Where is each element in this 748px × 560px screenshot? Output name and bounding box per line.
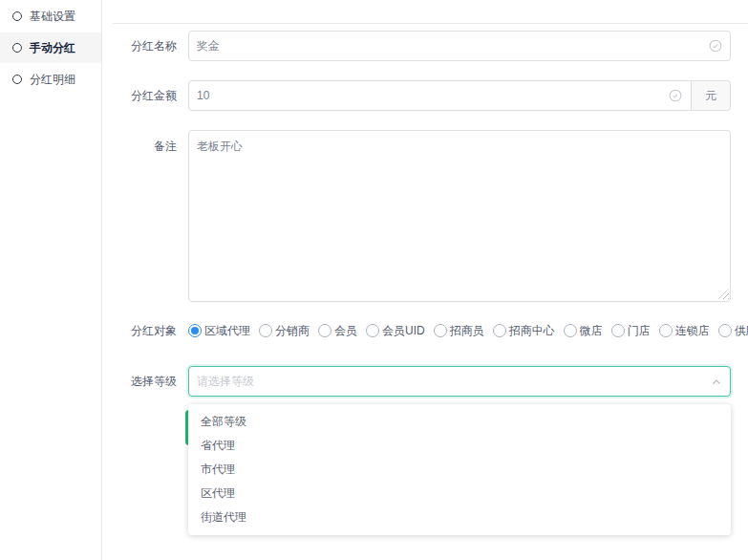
radio-label: 微店 xyxy=(580,323,603,339)
amount-input-group: 元 xyxy=(188,80,731,111)
radio-region-agent[interactable]: 区域代理 xyxy=(188,323,250,339)
check-circle-icon xyxy=(709,39,722,53)
dropdown-option-district-agent[interactable]: 区代理 xyxy=(188,482,731,506)
name-input-wrap xyxy=(188,31,731,61)
radio-icon xyxy=(318,324,331,337)
radio-icon xyxy=(493,324,506,337)
radio-icon xyxy=(366,324,379,337)
radio-icon xyxy=(611,324,625,337)
check-circle-icon xyxy=(669,89,682,102)
radio-selected-icon xyxy=(188,324,202,337)
sidebar-item-label: 手动分红 xyxy=(30,40,75,56)
radio-chain-store[interactable]: 连锁店 xyxy=(659,323,710,339)
radio-distributor[interactable]: 分销商 xyxy=(259,323,310,339)
dropdown-option-all-levels[interactable]: 全部等级 xyxy=(188,410,731,434)
sidebar: 基础设置 手动分红 分红明细 xyxy=(0,0,102,560)
level-label: 选择等级 xyxy=(103,366,177,397)
circle-icon xyxy=(12,75,22,84)
radio-label: 招商员 xyxy=(450,323,484,339)
radio-label: 分销商 xyxy=(275,323,310,339)
form-row-amount: 分红金额 元 xyxy=(103,80,748,111)
radio-micro-shop[interactable]: 微店 xyxy=(564,323,603,339)
radio-member[interactable]: 会员 xyxy=(318,323,357,339)
name-input[interactable] xyxy=(188,31,731,61)
radio-supplier[interactable]: 供应商 xyxy=(718,323,748,339)
dropdown-option-street-agent[interactable]: 街道代理 xyxy=(188,506,731,529)
sidebar-item-label: 分红明细 xyxy=(30,72,75,88)
radio-icon xyxy=(564,324,577,337)
sidebar-item-label: 基础设置 xyxy=(30,9,75,25)
sidebar-item-basic-settings[interactable]: 基础设置 xyxy=(0,1,101,32)
form-row-remark: 备注 老板开心 xyxy=(103,130,748,302)
form-row-name: 分红名称 xyxy=(103,31,748,61)
main-content: 分红名称 分红金额 元 备注 老板开心 分红对象 xyxy=(103,0,748,560)
circle-icon xyxy=(12,43,22,53)
radio-icon xyxy=(434,324,447,337)
level-select-placeholder: 请选择等级 xyxy=(197,374,254,390)
sidebar-item-dividend-detail[interactable]: 分红明细 xyxy=(0,64,101,95)
level-dropdown-panel: 全部等级 省代理 市代理 区代理 街道代理 xyxy=(188,404,731,535)
sidebar-item-manual-dividend[interactable]: 手动分红 xyxy=(0,32,101,63)
radio-icon xyxy=(259,324,272,337)
radio-icon xyxy=(659,324,673,337)
remark-textarea-wrap: 老板开心 xyxy=(188,130,731,302)
top-divider xyxy=(113,23,748,24)
remark-textarea[interactable]: 老板开心 xyxy=(188,130,731,302)
form-row-level: 选择等级 请选择等级 xyxy=(103,366,748,397)
radio-recruiter[interactable]: 招商员 xyxy=(434,323,484,339)
radio-store[interactable]: 门店 xyxy=(611,323,651,339)
target-label: 分红对象 xyxy=(103,321,177,340)
radio-recruit-center[interactable]: 招商中心 xyxy=(493,323,555,339)
manual-dividend-page: { "sidebar": { "items": [ { "label": "基础… xyxy=(0,0,748,560)
amount-label: 分红金额 xyxy=(103,80,177,111)
radio-label: 门店 xyxy=(628,323,651,339)
radio-label: 区域代理 xyxy=(204,323,250,339)
circle-icon xyxy=(12,11,22,21)
radio-icon xyxy=(718,324,732,337)
radio-label: 招商中心 xyxy=(509,323,555,339)
chevron-up-icon xyxy=(711,377,722,388)
name-label: 分红名称 xyxy=(103,31,177,61)
radio-label: 供应商 xyxy=(735,323,748,339)
radio-label: 会员UID xyxy=(382,323,425,339)
dropdown-option-province-agent[interactable]: 省代理 xyxy=(188,434,731,458)
target-radio-group: 区域代理 分销商 会员 会员UID 招商员 招商中心 xyxy=(188,321,748,340)
level-select[interactable]: 请选择等级 xyxy=(188,366,731,397)
amount-unit-append: 元 xyxy=(691,80,731,111)
remark-label: 备注 xyxy=(103,139,177,155)
dropdown-option-city-agent[interactable]: 市代理 xyxy=(188,458,731,482)
form-row-target: 分红对象 区域代理 分销商 会员 会员UID 招商员 xyxy=(103,321,748,340)
radio-label: 连锁店 xyxy=(675,323,710,339)
amount-input[interactable] xyxy=(188,80,691,111)
radio-member-uid[interactable]: 会员UID xyxy=(366,323,425,339)
radio-label: 会员 xyxy=(334,323,357,339)
